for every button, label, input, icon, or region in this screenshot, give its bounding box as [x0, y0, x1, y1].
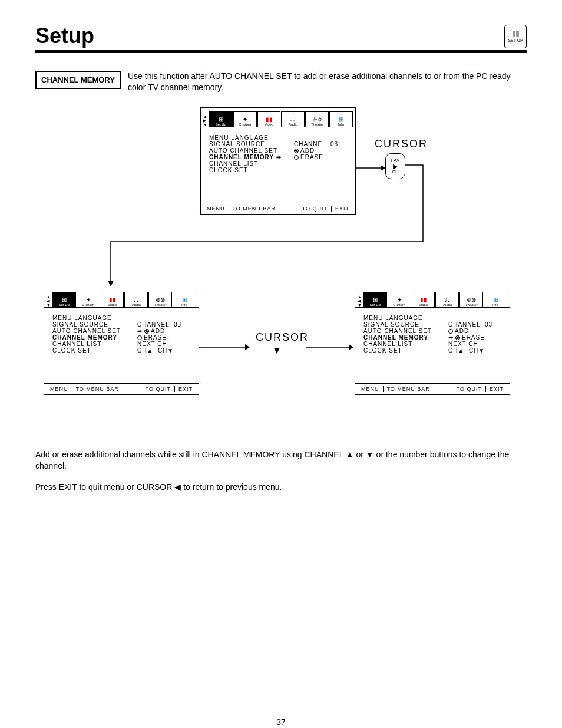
- svg-marker-4: [245, 344, 250, 350]
- tab-audio: ♩♩Audio: [435, 292, 459, 307]
- diagram-area: ▲▶▼ ⊞Set Up ✦Custom ▮▮Video ♩♩Audio ⊚⊚Th…: [35, 107, 527, 437]
- instruction-p1: Add or erase additional channels while s…: [35, 449, 527, 472]
- mi-chlist: CHANNEL LIST: [363, 341, 412, 347]
- tab-info: ⊞Info: [484, 292, 507, 307]
- svg-marker-2: [108, 281, 114, 286]
- ch-updown: CH▲ CH▼: [448, 347, 501, 354]
- nav-arrows-icon: ▲◀▼: [358, 295, 362, 307]
- mi-chlist: CHANNEL LIST: [52, 341, 101, 347]
- intro-text: Use this function after AUTO CHANNEL SET…: [128, 71, 527, 93]
- mi-signal: SIGNAL SOURCE: [363, 321, 419, 328]
- tab-strip: ▲▶▼ ⊞Set Up ✦Custom ▮▮Video ♩♩Audio ⊚⊚Th…: [201, 108, 355, 127]
- footer-menu: MENU: [359, 386, 382, 392]
- page-title: Setup: [35, 24, 94, 48]
- mi-lang: MENU LANGUAGE: [209, 134, 269, 141]
- arrow-2: [199, 343, 250, 351]
- mi-signal: SIGNAL SOURCE: [52, 321, 108, 328]
- channel-value: CHANNEL 03: [294, 141, 347, 147]
- intro-row: CHANNEL MEMORY Use this function after A…: [35, 71, 527, 93]
- channel-value: CHANNEL 03: [137, 321, 190, 328]
- down-triangle-icon: ▼: [272, 345, 282, 356]
- panel-footer: MENU TO MENU BAR TO QUIT EXIT: [44, 383, 199, 394]
- tab-theater: ⊚⊚Theater: [459, 292, 483, 307]
- channel-value: CHANNEL 03: [448, 321, 501, 328]
- erase-option: ERASE: [137, 334, 190, 341]
- tab-audio: ♩♩Audio: [124, 292, 148, 307]
- footer-bar: TO MENU BAR: [385, 386, 432, 392]
- footer-exit: EXIT: [487, 386, 506, 392]
- mi-lang: MENU LANGUAGE: [52, 315, 112, 321]
- mi-lang: MENU LANGUAGE: [363, 315, 423, 321]
- page-number: 37: [35, 717, 527, 727]
- panel-body: MENU LANGUAGE SIGNAL SOURCECHANNEL 03 AU…: [355, 308, 510, 383]
- tab-strip: ▲◀▼ ⊞Set Up ✦Custom ▮▮Video ♩♩Audio ⊚⊚Th…: [44, 288, 199, 308]
- mi-chmem: CHANNEL MEMORY ➡: [209, 154, 283, 160]
- mi-clock: CLOCK SET: [363, 347, 402, 354]
- next-ch: NEXT CH: [448, 341, 501, 347]
- tab-video: ▮▮Video: [257, 111, 281, 127]
- footer-bar: TO MENU BAR: [74, 386, 121, 392]
- panel-footer: MENU TO MENU BAR TO QUIT EXIT: [355, 383, 510, 394]
- svg-marker-6: [349, 344, 353, 350]
- instruction-text: Add or erase additional channels while s…: [35, 449, 527, 493]
- osd-panel-2: ▲◀▼ ⊞Set Up ✦Custom ▮▮Video ♩♩Audio ⊚⊚Th…: [44, 288, 199, 395]
- add-option: ADD: [294, 147, 347, 154]
- footer-exit: EXIT: [176, 386, 195, 392]
- tab-video: ▮▮Video: [412, 292, 435, 307]
- erase-option: ➡ERASE: [448, 334, 501, 341]
- nav-arrows-icon: ▲▶▼: [203, 114, 207, 127]
- footer-quit: TO QUIT: [454, 386, 484, 392]
- tab-theater: ⊚⊚Theater: [305, 111, 329, 127]
- arrow-3: [306, 343, 353, 351]
- tab-strip: ▲◀▼ ⊞Set Up ✦Custom ▮▮Video ♩♩Audio ⊚⊚Th…: [355, 288, 510, 308]
- flow-line-1: [111, 165, 423, 289]
- mi-chmem: CHANNEL MEMORY: [52, 334, 117, 341]
- next-ch: NEXT CH: [137, 341, 190, 347]
- cursor-label-1: CURSOR: [375, 138, 428, 150]
- footer-quit: TO QUIT: [143, 386, 173, 392]
- tab-setup: ⊞Set Up: [52, 292, 76, 307]
- page-header: Setup SET UP: [35, 24, 527, 53]
- footer-menu: MENU: [48, 386, 71, 392]
- add-option: ADD: [448, 328, 501, 334]
- osd-panel-3: ▲◀▼ ⊞Set Up ✦Custom ▮▮Video ♩♩Audio ⊚⊚Th…: [355, 288, 510, 395]
- tab-custom: ✦Custom: [77, 292, 100, 307]
- nav-arrows-icon: ▲◀▼: [47, 295, 51, 307]
- tab-info: ⊞Info: [329, 111, 353, 127]
- tab-audio: ♩♩Audio: [281, 111, 305, 127]
- panel-body: MENU LANGUAGE SIGNAL SOURCECHANNEL 03 AU…: [44, 308, 199, 383]
- tab-theater: ⊚⊚Theater: [148, 292, 172, 307]
- tab-video: ▮▮Video: [101, 292, 124, 307]
- tab-info: ⊞Info: [173, 292, 196, 307]
- mi-autoset: AUTO CHANNEL SET: [52, 328, 121, 334]
- right-arrow-icon: ➡: [276, 154, 282, 160]
- instruction-p2: Press EXIT to quit menu or CURSOR ◀ to r…: [35, 482, 527, 493]
- setup-corner-icon: SET UP: [504, 25, 527, 48]
- mi-autoset: AUTO CHANNEL SET: [209, 147, 277, 154]
- tab-custom: ✦Custom: [233, 111, 257, 127]
- tab-setup: ⊞Set Up: [363, 292, 387, 307]
- mi-clock: CLOCK SET: [52, 347, 91, 354]
- add-option: ➡ADD: [137, 328, 190, 334]
- tab-setup: ⊞Set Up: [209, 111, 233, 127]
- tab-custom: ✦Custom: [388, 292, 411, 307]
- mi-chmem: CHANNEL MEMORY: [363, 334, 428, 341]
- setup-corner-label: SET UP: [508, 38, 523, 42]
- section-label: CHANNEL MEMORY: [35, 71, 121, 89]
- erase-option: ERASE: [294, 154, 347, 160]
- cursor-label-2: CURSOR: [256, 331, 309, 344]
- ch-updown: CH▲ CH▼: [137, 347, 190, 354]
- mi-signal: SIGNAL SOURCE: [209, 141, 265, 147]
- mi-autoset: AUTO CHANNEL SET: [363, 328, 432, 334]
